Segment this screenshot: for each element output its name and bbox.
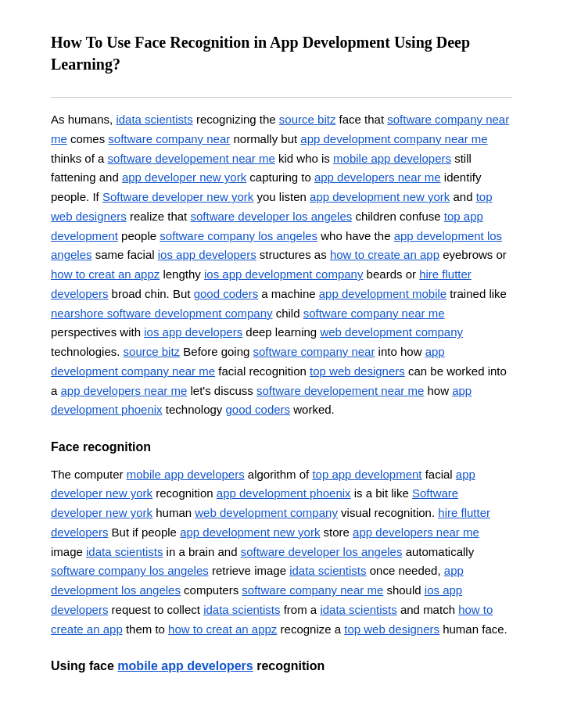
link-mobile-app-developers-1[interactable]: mobile app developers (333, 152, 451, 165)
link-idata-scientists[interactable]: idata scientists (116, 113, 192, 126)
link-top-web-designers-3[interactable]: top web designers (344, 622, 439, 636)
link-idata-scientists-2[interactable]: idata scientists (86, 545, 163, 558)
link-web-development-company-2[interactable]: web development company (195, 506, 338, 519)
face-recognition-paragraph: The computer mobile app developers algor… (51, 465, 512, 640)
link-top-web-designers-2[interactable]: top web designers (310, 364, 405, 378)
link-software-company-near[interactable]: software company near (108, 132, 230, 145)
using-face-prefix: Using face (51, 659, 117, 672)
link-ios-app-developers-1[interactable]: ios app developers (158, 248, 256, 261)
link-idata-scientists-4[interactable]: idata scientists (203, 603, 280, 616)
link-software-developement-near-me-2[interactable]: software developement near me (256, 384, 424, 397)
link-how-to-create-an-app-1[interactable]: how to create an app (330, 248, 439, 261)
face-recognition-heading: Face recognition (51, 437, 512, 457)
link-software-developer-los-angeles-1[interactable]: software developer los angeles (190, 210, 352, 223)
link-software-company-near-me-3[interactable]: software company near me (242, 583, 383, 597)
link-app-developers-near-me-1[interactable]: app developers near me (314, 170, 441, 184)
link-web-development-company-1[interactable]: web development company (320, 325, 463, 339)
title-block: How To Use Face Recognition in App Devel… (51, 31, 512, 98)
link-app-developers-near-me-3[interactable]: app developers near me (353, 525, 479, 539)
link-software-developement-near-me-1[interactable]: software developement near me (108, 152, 275, 165)
link-mobile-app-developers-heading[interactable]: mobile app developers (117, 659, 253, 672)
link-good-coders-1[interactable]: good coders (194, 287, 259, 300)
link-software-company-los-angeles-2[interactable]: software company los angeles (51, 564, 209, 577)
link-app-developer-new-york-1[interactable]: app developer new york (122, 170, 246, 184)
link-how-to-creat-an-appz-2[interactable]: how to creat an appz (168, 622, 277, 636)
link-software-company-los-angeles-1[interactable]: software company los angeles (160, 229, 317, 242)
link-software-company-near-2[interactable]: software company near (253, 345, 375, 358)
using-face-section-heading: Using face mobile app developers recogni… (51, 656, 512, 676)
page-container: How To Use Face Recognition in App Devel… (0, 0, 563, 708)
link-app-development-mobile-1[interactable]: app development mobile (319, 287, 446, 300)
link-app-development-company-near-me-1[interactable]: app development company near me (300, 132, 487, 145)
link-nearshore-software-1[interactable]: nearshore software development company (51, 307, 273, 320)
link-software-developer-new-york-1[interactable]: Software developer new york (102, 190, 253, 203)
link-idata-scientists-5[interactable]: idata scientists (320, 603, 396, 616)
link-app-development-new-york-1[interactable]: app development new york (310, 190, 450, 203)
link-app-developers-near-me-2[interactable]: app developers near me (61, 384, 188, 397)
link-software-company-near-me-2[interactable]: software company near me (303, 307, 445, 320)
link-app-development-new-york-2[interactable]: app development new york (180, 525, 320, 539)
using-face-suffix: recognition (253, 659, 325, 672)
link-ios-app-development-company-1[interactable]: ios app development company (204, 267, 363, 281)
link-software-developer-los-angeles-2[interactable]: software developer los angeles (241, 545, 403, 558)
link-app-development-phoenix-2[interactable]: app development phoenix (217, 486, 351, 500)
link-idata-scientists-3[interactable]: idata scientists (289, 564, 366, 577)
page-title: How To Use Face Recognition in App Devel… (51, 31, 512, 75)
intro-paragraph: As humans, idata scientists recognizing … (51, 110, 512, 420)
link-source-bitz[interactable]: source bitz (279, 113, 336, 126)
link-mobile-app-developers-2[interactable]: mobile app developers (127, 468, 245, 481)
link-top-app-development-2[interactable]: top app development (312, 468, 421, 481)
link-ios-app-developers-2[interactable]: ios app developers (144, 325, 242, 339)
link-how-to-creat-an-appz-1[interactable]: how to creat an appz (51, 267, 160, 281)
link-source-bitz-2[interactable]: source bitz (124, 345, 181, 358)
link-good-coders-2[interactable]: good coders (226, 403, 291, 416)
